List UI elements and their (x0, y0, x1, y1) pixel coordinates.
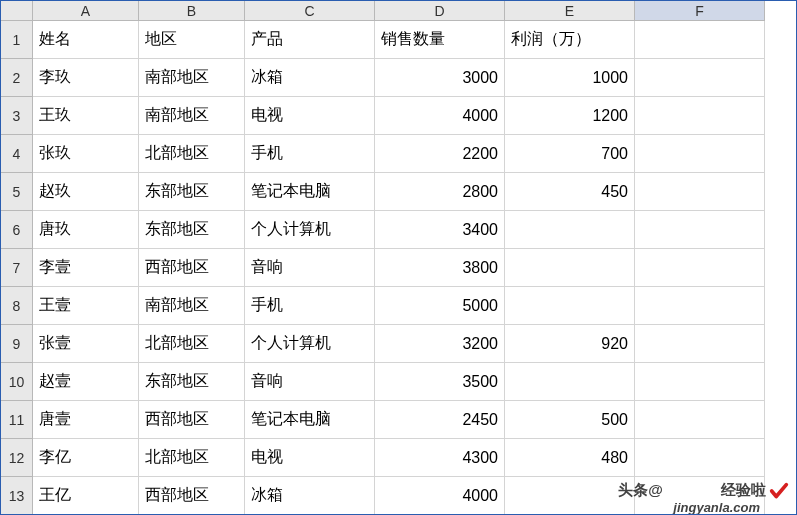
row-header-12[interactable]: 12 (1, 439, 33, 477)
row-header-4[interactable]: 4 (1, 135, 33, 173)
column-header-f[interactable]: F (635, 1, 765, 21)
cell-e4[interactable]: 700 (505, 135, 635, 173)
cell-d1[interactable]: 销售数量 (375, 21, 505, 59)
cell-b2[interactable]: 南部地区 (139, 59, 245, 97)
cell-e2[interactable]: 1000 (505, 59, 635, 97)
cell-a10[interactable]: 赵壹 (33, 363, 139, 401)
row-header-11[interactable]: 11 (1, 401, 33, 439)
cell-b6[interactable]: 东部地区 (139, 211, 245, 249)
cell-a12[interactable]: 李亿 (33, 439, 139, 477)
column-header-a[interactable]: A (33, 1, 139, 21)
cell-f8[interactable] (635, 287, 765, 325)
cell-b5[interactable]: 东部地区 (139, 173, 245, 211)
row-header-8[interactable]: 8 (1, 287, 33, 325)
column-header-c[interactable]: C (245, 1, 375, 21)
cell-b8[interactable]: 南部地区 (139, 287, 245, 325)
cell-c6[interactable]: 个人计算机 (245, 211, 375, 249)
cell-b12[interactable]: 北部地区 (139, 439, 245, 477)
cell-d13[interactable]: 4000 (375, 477, 505, 515)
cell-c10[interactable]: 音响 (245, 363, 375, 401)
row-header-3[interactable]: 3 (1, 97, 33, 135)
cell-a4[interactable]: 张玖 (33, 135, 139, 173)
cell-c7[interactable]: 音响 (245, 249, 375, 287)
cell-d5[interactable]: 2800 (375, 173, 505, 211)
column-header-e[interactable]: E (505, 1, 635, 21)
cell-c5[interactable]: 笔记本电脑 (245, 173, 375, 211)
cell-c4[interactable]: 手机 (245, 135, 375, 173)
cell-c12[interactable]: 电视 (245, 439, 375, 477)
cell-f5[interactable] (635, 173, 765, 211)
cell-f1[interactable] (635, 21, 765, 59)
cell-b4[interactable]: 北部地区 (139, 135, 245, 173)
cell-f2[interactable] (635, 59, 765, 97)
cell-a5[interactable]: 赵玖 (33, 173, 139, 211)
cell-c13[interactable]: 冰箱 (245, 477, 375, 515)
cell-f11[interactable] (635, 401, 765, 439)
cell-e13[interactable] (505, 477, 635, 515)
cell-b9[interactable]: 北部地区 (139, 325, 245, 363)
cell-e10[interactable] (505, 363, 635, 401)
cell-e5[interactable]: 450 (505, 173, 635, 211)
cell-b3[interactable]: 南部地区 (139, 97, 245, 135)
cell-e7[interactable] (505, 249, 635, 287)
cell-a2[interactable]: 李玖 (33, 59, 139, 97)
cell-c1[interactable]: 产品 (245, 21, 375, 59)
cell-c3[interactable]: 电视 (245, 97, 375, 135)
cell-f12[interactable] (635, 439, 765, 477)
cell-a7[interactable]: 李壹 (33, 249, 139, 287)
row-header-13[interactable]: 13 (1, 477, 33, 515)
cell-a11[interactable]: 唐壹 (33, 401, 139, 439)
row-header-2[interactable]: 2 (1, 59, 33, 97)
cell-d6[interactable]: 3400 (375, 211, 505, 249)
cell-f9[interactable] (635, 325, 765, 363)
cell-b7[interactable]: 西部地区 (139, 249, 245, 287)
cell-f6[interactable] (635, 211, 765, 249)
cell-e11[interactable]: 500 (505, 401, 635, 439)
cell-a13[interactable]: 王亿 (33, 477, 139, 515)
cell-a1[interactable]: 姓名 (33, 21, 139, 59)
cell-d7[interactable]: 3800 (375, 249, 505, 287)
row-header-1[interactable]: 1 (1, 21, 33, 59)
cell-e12[interactable]: 480 (505, 439, 635, 477)
cell-a3[interactable]: 王玖 (33, 97, 139, 135)
cell-f3[interactable] (635, 97, 765, 135)
cell-e8[interactable] (505, 287, 635, 325)
cell-e9[interactable]: 920 (505, 325, 635, 363)
row-header-10[interactable]: 10 (1, 363, 33, 401)
cell-e1[interactable]: 利润（万） (505, 21, 635, 59)
cell-f13[interactable] (635, 477, 765, 515)
cell-d8[interactable]: 5000 (375, 287, 505, 325)
cell-c11[interactable]: 笔记本电脑 (245, 401, 375, 439)
cell-f4[interactable] (635, 135, 765, 173)
cell-d10[interactable]: 3500 (375, 363, 505, 401)
cell-d9[interactable]: 3200 (375, 325, 505, 363)
cell-f7[interactable] (635, 249, 765, 287)
cell-d11[interactable]: 2450 (375, 401, 505, 439)
cell-f10[interactable] (635, 363, 765, 401)
cell-a6[interactable]: 唐玖 (33, 211, 139, 249)
cell-b1[interactable]: 地区 (139, 21, 245, 59)
select-all-corner[interactable] (1, 1, 33, 21)
cell-e6[interactable] (505, 211, 635, 249)
cell-b13[interactable]: 西部地区 (139, 477, 245, 515)
cell-d2[interactable]: 3000 (375, 59, 505, 97)
cell-c8[interactable]: 手机 (245, 287, 375, 325)
column-header-b[interactable]: B (139, 1, 245, 21)
cell-c2[interactable]: 冰箱 (245, 59, 375, 97)
cell-c9[interactable]: 个人计算机 (245, 325, 375, 363)
cell-b11[interactable]: 西部地区 (139, 401, 245, 439)
row-header-5[interactable]: 5 (1, 173, 33, 211)
row-header-7[interactable]: 7 (1, 249, 33, 287)
cell-d12[interactable]: 4300 (375, 439, 505, 477)
cell-d4[interactable]: 2200 (375, 135, 505, 173)
row-header-6[interactable]: 6 (1, 211, 33, 249)
cell-b10[interactable]: 东部地区 (139, 363, 245, 401)
cell-e3[interactable]: 1200 (505, 97, 635, 135)
spreadsheet-grid[interactable]: ABCDEF1姓名地区产品销售数量利润（万）2李玖南部地区冰箱300010003… (1, 1, 796, 515)
cell-a9[interactable]: 张壹 (33, 325, 139, 363)
row-header-9[interactable]: 9 (1, 325, 33, 363)
cell-d3[interactable]: 4000 (375, 97, 505, 135)
column-header-d[interactable]: D (375, 1, 505, 21)
cell-a8[interactable]: 王壹 (33, 287, 139, 325)
